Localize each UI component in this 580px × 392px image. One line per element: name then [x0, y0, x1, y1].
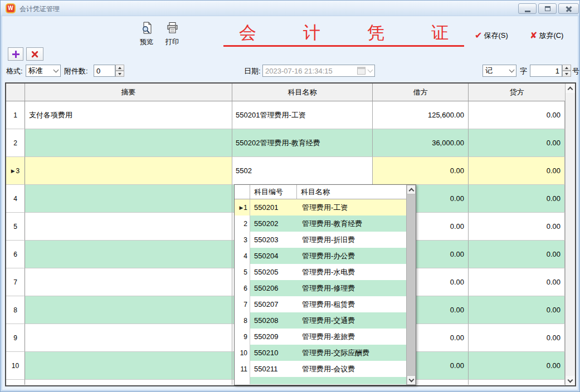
credit-cell[interactable]: 0.00: [469, 268, 565, 296]
popup-name-cell[interactable]: 管理费用-修理费: [297, 280, 406, 296]
popup-name-cell[interactable]: 管理费用-办公费: [297, 248, 406, 264]
popup-name-cell[interactable]: 管理费用-差旅费: [297, 329, 406, 345]
credit-cell[interactable]: 0.00: [469, 213, 565, 241]
discard-button[interactable]: ✘ 放弃(C): [530, 30, 563, 42]
maximize-button[interactable]: [538, 3, 557, 14]
popup-code-cell[interactable]: 550202: [250, 215, 297, 232]
popup-row-550206[interactable]: 6550206管理费用-修理费: [235, 280, 406, 296]
subject-cell[interactable]: 5502: [232, 157, 373, 185]
scrollbar-up-button[interactable]: [566, 84, 575, 93]
popup-code-cell[interactable]: 550204: [250, 248, 297, 264]
format-select[interactable]: 标准: [26, 65, 61, 77]
summary-cell[interactable]: [25, 213, 232, 241]
popup-scrollbar[interactable]: [406, 185, 416, 385]
stepper-down-button[interactable]: [562, 71, 571, 77]
attachments-stepper: [115, 65, 124, 77]
summary-cell[interactable]: [25, 324, 232, 352]
table-scrollbar[interactable]: [565, 84, 575, 385]
summary-cell[interactable]: [25, 241, 232, 268]
voucher-type-select[interactable]: 记: [482, 65, 516, 77]
popup-row-550207[interactable]: 7550207管理费用-租赁费: [235, 296, 406, 312]
attachments-input[interactable]: 0: [94, 65, 115, 77]
popup-row-550201[interactable]: ▶1550201管理费用-工资: [235, 199, 406, 215]
popup-code-cell[interactable]: 550208: [250, 312, 297, 329]
voucher-heading-char: 会: [239, 21, 256, 45]
popup-row-550208[interactable]: 8550208管理费用-交通费: [235, 312, 406, 329]
preview-icon: [140, 22, 153, 35]
credit-cell[interactable]: 0.00: [469, 324, 565, 352]
delete-row-button[interactable]: [26, 47, 43, 61]
stepper-down-button[interactable]: [115, 71, 124, 77]
voucher-heading: 会 计 凭 证: [223, 21, 464, 47]
popup-code-cell[interactable]: 550207: [250, 296, 297, 312]
summary-cell[interactable]: [25, 157, 232, 185]
voucher-number-value: 1: [555, 67, 559, 75]
popup-row-550211[interactable]: 11550211管理费用-会议费: [235, 361, 406, 377]
popup-row-550203[interactable]: 3550203管理费用-折旧费: [235, 232, 406, 248]
minimize-button[interactable]: [518, 3, 537, 14]
popup-name-cell[interactable]: 管理费用-会议费: [297, 361, 406, 377]
credit-cell[interactable]: 0.00: [469, 296, 565, 324]
popup-code-cell[interactable]: 550201: [250, 199, 297, 215]
popup-code-cell[interactable]: 550205: [250, 264, 297, 280]
header-credit: 贷方: [469, 84, 565, 101]
stepper-up-button[interactable]: [562, 65, 571, 71]
popup-code-cell[interactable]: 550209: [250, 329, 297, 345]
credit-cell[interactable]: 0.00: [469, 129, 565, 157]
popup-row-number-cell: 11: [235, 361, 250, 377]
subject-cell[interactable]: 550202管理费用-教育经费: [232, 129, 373, 157]
popup-name-cell[interactable]: 管理费用-教育经费: [297, 215, 406, 232]
popup-code-cell[interactable]: 550203: [250, 232, 297, 248]
credit-cell[interactable]: 0.00: [469, 101, 565, 129]
summary-cell[interactable]: [25, 352, 232, 380]
voucher-row-1[interactable]: 1支付各项费用550201管理费用-工资125,600.000.00: [6, 101, 565, 129]
popup-name-cell[interactable]: 管理费用-交通费: [297, 312, 406, 329]
credit-cell[interactable]: 0.00: [469, 185, 565, 213]
summary-cell[interactable]: 支付各项费用: [25, 101, 232, 129]
credit-cell[interactable]: 0.00: [469, 241, 565, 268]
summary-cell[interactable]: [25, 185, 232, 213]
row-number-cell: 4: [6, 185, 25, 213]
preview-button[interactable]: 预览: [134, 22, 159, 47]
row-number-cell: [6, 380, 25, 385]
voucher-number-input[interactable]: 1: [530, 65, 562, 77]
print-button[interactable]: 打印: [160, 22, 184, 47]
stepper-up-button[interactable]: [115, 65, 124, 71]
scrollbar-down-button[interactable]: [566, 376, 575, 385]
popup-row-550209[interactable]: 9550209管理费用-差旅费: [235, 329, 406, 345]
credit-cell[interactable]: 0.00: [469, 157, 565, 185]
voucher-row-2[interactable]: 2550202管理费用-教育经费36,000.000.00: [6, 129, 565, 157]
popup-row-550205[interactable]: 5550205管理费用-水电费: [235, 264, 406, 280]
popup-scrollbar-up-button[interactable]: [407, 185, 416, 194]
app-icon: W: [6, 3, 16, 13]
summary-cell[interactable]: [25, 268, 232, 296]
summary-cell[interactable]: [25, 129, 232, 157]
debit-cell[interactable]: 125,600.00: [373, 101, 469, 129]
popup-scrollbar-down-button[interactable]: [407, 375, 416, 385]
popup-code-cell[interactable]: 550206: [250, 280, 297, 296]
popup-name-cell[interactable]: 管理费用-折旧费: [297, 232, 406, 248]
chevron-down-icon: [368, 67, 373, 72]
popup-code-cell[interactable]: 550210: [250, 345, 297, 361]
close-button[interactable]: [558, 3, 579, 14]
popup-row-550210[interactable]: 10550210管理费用-交际应酬费: [235, 345, 406, 361]
summary-cell[interactable]: [25, 296, 232, 324]
popup-code-cell[interactable]: 550211: [250, 361, 297, 377]
popup-name-cell[interactable]: 管理费用-交际应酬费: [297, 345, 406, 361]
attachments-value: 0: [96, 67, 100, 75]
voucher-row-3[interactable]: ▶355020.000.00: [6, 157, 565, 185]
preview-label: 预览: [134, 37, 159, 47]
popup-row-550204[interactable]: 4550204管理费用-办公费: [235, 248, 406, 264]
save-button[interactable]: ✔ 保存(S): [475, 30, 508, 42]
add-row-button[interactable]: [8, 47, 23, 61]
popup-name-cell[interactable]: 管理费用-工资: [297, 199, 406, 215]
popup-name-cell[interactable]: 管理费用-水电费: [297, 264, 406, 280]
popup-row-number-cell: 9: [235, 329, 250, 345]
debit-cell[interactable]: 36,000.00: [373, 129, 469, 157]
date-input[interactable]: 2023-07-16 21:34:15: [262, 65, 375, 77]
credit-cell[interactable]: 0.00: [469, 352, 565, 380]
popup-name-cell[interactable]: 管理费用-租赁费: [297, 296, 406, 312]
subject-cell[interactable]: 550201管理费用-工资: [232, 101, 373, 129]
debit-cell[interactable]: 0.00: [373, 157, 469, 185]
popup-row-550202[interactable]: 2550202管理费用-教育经费: [235, 215, 406, 232]
